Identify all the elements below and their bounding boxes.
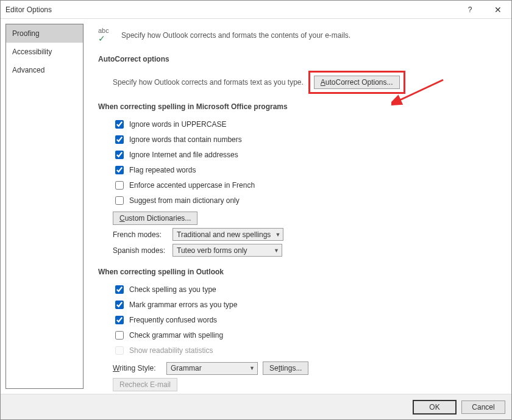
checkbox-label: Flag repeated words <box>129 166 196 174</box>
outlook-check-item: Check grammar with spelling <box>113 329 497 341</box>
outlook-check-item: Frequently confused words <box>113 314 497 326</box>
sidebar-tab-advanced[interactable]: Advanced <box>6 61 83 79</box>
writing-style-label: Writing Style: <box>113 364 162 372</box>
chevron-down-icon: ▼ <box>275 232 280 238</box>
checkbox-label: Show readability statistics <box>129 346 213 355</box>
checkbox-label: Frequently confused words <box>129 316 217 324</box>
outlook-check-item: Check spelling as you type <box>113 283 497 296</box>
spanish-modes-select[interactable]: Tuteo verb forms only ▼ <box>172 244 282 257</box>
office-check-item: Ignore words in UPPERCASE <box>113 118 497 130</box>
spanish-modes-row: Spanish modes: Tuteo verb forms only ▼ <box>113 244 497 257</box>
checkbox-label: Ignore Internet and file addresses <box>129 151 238 159</box>
autocorrect-desc: Specify how Outlook corrects and formats… <box>113 78 304 87</box>
checkbox-label: Enforce accented uppercase in French <box>129 181 255 190</box>
office-checkbox[interactable] <box>115 196 124 205</box>
french-modes-label: French modes: <box>113 230 168 239</box>
checkbox-label: Ignore words in UPPERCASE <box>129 120 226 129</box>
sidebar-tab-accessibility[interactable]: Accessibility <box>6 43 83 61</box>
office-checkbox[interactable] <box>115 181 124 190</box>
outlook-checkbox[interactable] <box>115 285 124 294</box>
cancel-button[interactable]: Cancel <box>461 400 505 414</box>
writing-style-select[interactable]: Grammar ▼ <box>166 362 258 375</box>
outlook-check-list: Check spelling as you typeMark grammar e… <box>113 283 497 357</box>
french-modes-select[interactable]: Traditional and new spellings ▼ <box>172 228 283 241</box>
proofing-icon: abc ✓ <box>98 27 115 43</box>
office-checkbox[interactable] <box>115 120 124 129</box>
outlook-check-item: Show readability statistics <box>113 344 497 357</box>
custom-dictionaries-button[interactable]: Custom Dictionaries... <box>113 212 197 225</box>
intro: abc ✓ Specify how Outlook corrects and f… <box>98 27 497 43</box>
section-outlook-heading: When correcting spelling in Outlook <box>98 268 497 276</box>
office-check-item: Ignore words that contain numbers <box>113 133 497 146</box>
outlook-checkbox[interactable] <box>115 316 124 324</box>
intro-text: Specify how Outlook corrects and formats… <box>121 31 350 40</box>
checkbox-label: Suggest from main dictionary only <box>129 196 240 205</box>
outlook-checkbox[interactable] <box>115 331 124 340</box>
office-check-item: Enforce accented uppercase in French <box>113 179 497 191</box>
office-check-list: Ignore words in UPPERCASEIgnore words th… <box>113 118 497 207</box>
checkbox-label: Check grammar with spelling <box>129 331 223 340</box>
section-office-heading: When correcting spelling in Microsoft Of… <box>98 102 497 111</box>
outlook-checkbox <box>115 346 124 355</box>
checkbox-label: Ignore words that contain numbers <box>129 135 242 144</box>
section-autocorrect-heading: AutoCorrect options <box>98 55 497 63</box>
outlook-checkbox[interactable] <box>115 301 124 309</box>
office-check-item: Ignore Internet and file addresses <box>113 149 497 161</box>
checkbox-label: Mark grammar errors as you type <box>129 301 237 309</box>
settings-button[interactable]: Settings... <box>263 361 308 375</box>
french-modes-row: French modes: Traditional and new spelli… <box>113 228 497 241</box>
content: abc ✓ Specify how Outlook corrects and f… <box>84 19 511 394</box>
office-check-item: Flag repeated words <box>113 164 497 176</box>
checkbox-label: Check spelling as you type <box>129 285 216 294</box>
office-checkbox[interactable] <box>115 151 124 159</box>
chevron-down-icon: ▼ <box>249 365 255 371</box>
office-checkbox[interactable] <box>115 166 124 174</box>
autocorrect-row: Specify how Outlook corrects and formats… <box>113 71 497 94</box>
office-checkbox[interactable] <box>115 135 124 144</box>
writing-style-row: Writing Style: Grammar ▼ Settings... <box>113 361 497 375</box>
titlebar: Editor Options ? ✕ <box>1 1 511 19</box>
help-icon[interactable]: ? <box>461 5 478 14</box>
autocorrect-options-button[interactable]: AutoCorrect Options... <box>314 76 400 89</box>
editor-options-window: Editor Options ? ✕ Proofing Accessibilit… <box>0 0 512 420</box>
recheck-email-button[interactable]: Recheck E-mail <box>113 378 177 391</box>
ok-button[interactable]: OK <box>413 400 457 415</box>
sidebar-tab-proofing[interactable]: Proofing <box>6 24 83 43</box>
spanish-modes-label: Spanish modes: <box>113 246 168 255</box>
sidebar: Proofing Accessibility Advanced <box>5 24 84 389</box>
window-title: Editor Options <box>5 5 52 14</box>
office-check-item: Suggest from main dictionary only <box>113 194 497 207</box>
chevron-down-icon: ▼ <box>274 247 279 254</box>
body: Proofing Accessibility Advanced abc ✓ Sp… <box>1 19 511 394</box>
annotation-highlight: AutoCorrect Options... <box>308 71 405 94</box>
close-icon[interactable]: ✕ <box>489 5 507 15</box>
outlook-check-item: Mark grammar errors as you type <box>113 299 497 311</box>
footer: OK Cancel <box>1 394 511 419</box>
